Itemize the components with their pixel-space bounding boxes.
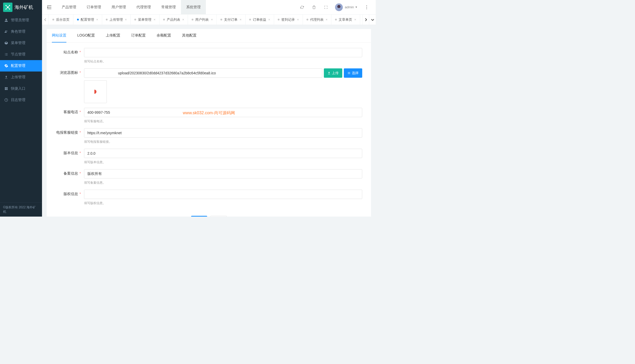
logo-icon xyxy=(3,3,12,12)
sidebar-item-1[interactable]: 角色管理 xyxy=(0,26,42,37)
tab-label: 菜单管理 xyxy=(138,17,151,22)
sidebar-item-label: 管理员管理 xyxy=(11,18,29,23)
user-dropdown[interactable]: admin ▼ xyxy=(333,3,360,11)
sidebar-item-label: 菜单管理 xyxy=(11,41,25,45)
form-row-browser-icon: 浏览器图标 * 上传 选择 xyxy=(55,68,362,103)
icon-preview xyxy=(84,80,107,103)
refresh-icon[interactable] xyxy=(297,2,307,12)
svg-line-8 xyxy=(8,7,10,9)
nav-item-3[interactable]: 代理管理 xyxy=(131,0,156,15)
tabs-scroll-right[interactable] xyxy=(362,15,369,25)
tab-label: 上传管理 xyxy=(109,17,123,22)
tab-4[interactable]: 产品列表× xyxy=(159,15,188,25)
hotline-input[interactable] xyxy=(84,108,362,117)
form-row-telegram: 电报客服链接 * 填写电报客服链接。 xyxy=(55,128,362,144)
caret-down-icon: ▼ xyxy=(355,6,358,9)
tabs-container: 后台首页配置管理×上传管理×菜单管理×产品列表×用户列表×支付订单×订单收益×签… xyxy=(49,15,362,25)
close-icon[interactable]: × xyxy=(153,18,156,22)
tab-dot-icon xyxy=(220,19,222,20)
form-actions: 确认 重置 xyxy=(55,211,362,217)
tab-dot-icon xyxy=(163,19,165,20)
sidebar-item-4[interactable]: 配置管理 xyxy=(0,60,42,72)
label-version: 版本信息 * xyxy=(55,149,84,165)
close-icon[interactable]: × xyxy=(182,18,184,22)
top-nav: 产品管理订单管理用户管理代理管理常规管理系统管理 admin ▼ xyxy=(42,0,376,15)
submit-button[interactable]: 确认 xyxy=(191,216,207,217)
tab-label: 签到记录 xyxy=(281,17,295,22)
sidebar-item-5[interactable]: 上传管理 xyxy=(0,72,42,83)
close-icon[interactable]: × xyxy=(326,18,328,22)
close-icon[interactable]: × xyxy=(354,18,356,22)
trash-icon[interactable] xyxy=(309,2,319,12)
hint-site-name: 填写站点名称。 xyxy=(84,59,362,64)
tab-dot-icon xyxy=(306,19,308,20)
content-area: www.sk032.com-尚可源码网 网站设置LOGO配置上传配置订单配置余额… xyxy=(42,25,376,217)
hint-hotline: 填写客服电话。 xyxy=(84,119,362,124)
config-tab-5[interactable]: 其他配置 xyxy=(182,29,197,42)
close-icon[interactable]: × xyxy=(240,18,242,22)
tabs-dropdown[interactable] xyxy=(369,15,376,25)
tab-6[interactable]: 支付订单× xyxy=(217,15,246,25)
config-tab-2[interactable]: 上传配置 xyxy=(106,29,120,42)
more-icon[interactable] xyxy=(362,2,372,12)
tab-2[interactable]: 上传管理× xyxy=(102,15,131,25)
fullscreen-icon[interactable] xyxy=(321,2,331,12)
sidebar-item-7[interactable]: 日志管理 xyxy=(0,94,42,106)
close-icon[interactable]: × xyxy=(96,18,98,22)
tab-label: 后台首页 xyxy=(56,17,69,22)
main: 产品管理订单管理用户管理代理管理常规管理系统管理 admin ▼ xyxy=(42,0,376,217)
beian-input[interactable] xyxy=(84,169,362,179)
sidebar-item-3[interactable]: 节点管理 xyxy=(0,49,42,60)
upload-button[interactable]: 上传 xyxy=(324,68,342,78)
nav-right: admin ▼ xyxy=(297,2,376,12)
tab-dot-icon xyxy=(134,19,136,20)
telegram-input[interactable] xyxy=(84,128,362,138)
nav-item-1[interactable]: 订单管理 xyxy=(81,0,106,15)
config-tab-4[interactable]: 余额配置 xyxy=(157,29,171,42)
tab-9[interactable]: 代理列表× xyxy=(303,15,332,25)
config-tabs: 网站设置LOGO配置上传配置订单配置余额配置其他配置 xyxy=(47,29,371,43)
list-icon xyxy=(4,53,8,56)
sidebar-footer: ©版权所有 2022 海外矿机 xyxy=(0,202,42,217)
close-icon[interactable]: × xyxy=(125,18,127,22)
users-icon xyxy=(4,30,8,33)
nav-item-2[interactable]: 用户管理 xyxy=(106,0,131,15)
close-icon[interactable]: × xyxy=(297,18,299,22)
sidebar-item-label: 日志管理 xyxy=(11,98,25,102)
sidebar-item-2[interactable]: 菜单管理 xyxy=(0,37,42,49)
config-panel: 网站设置LOGO配置上传配置订单配置余额配置其他配置 站点名称 * 填写站点名称… xyxy=(47,29,371,217)
version-input[interactable] xyxy=(84,149,362,158)
reset-button[interactable]: 重置 xyxy=(210,216,227,217)
tab-10[interactable]: 文章单页× xyxy=(331,15,360,25)
tab-label: 文章单页 xyxy=(339,17,352,22)
copyright-input[interactable] xyxy=(84,190,362,199)
menu-icon xyxy=(4,41,8,45)
tab-8[interactable]: 签到记录× xyxy=(274,15,303,25)
tab-0[interactable]: 后台首页 xyxy=(49,15,73,25)
svg-point-11 xyxy=(366,7,367,8)
tab-label: 支付订单 xyxy=(224,17,238,22)
tabs-scroll-left[interactable] xyxy=(42,15,49,25)
avatar xyxy=(335,3,343,11)
sidebar-item-0[interactable]: 管理员管理 xyxy=(0,15,42,26)
tab-1[interactable]: 配置管理× xyxy=(73,15,102,25)
tab-label: 代理列表 xyxy=(310,17,324,22)
browser-icon-input[interactable] xyxy=(84,68,322,78)
nav-menu: 产品管理订单管理用户管理代理管理常规管理系统管理 xyxy=(57,0,297,15)
config-tab-3[interactable]: 订单配置 xyxy=(131,29,146,42)
close-icon[interactable]: × xyxy=(268,18,270,22)
select-button[interactable]: 选择 xyxy=(344,68,362,78)
nav-item-4[interactable]: 常规管理 xyxy=(156,0,181,15)
sidebar-nav: 管理员管理角色管理菜单管理节点管理配置管理上传管理快捷入口日志管理 xyxy=(0,15,42,202)
tab-7[interactable]: 订单收益× xyxy=(246,15,274,25)
nav-toggle-button[interactable] xyxy=(42,0,57,15)
config-tab-1[interactable]: LOGO配置 xyxy=(77,29,95,42)
config-tab-0[interactable]: 网站设置 xyxy=(52,29,66,42)
nav-item-0[interactable]: 产品管理 xyxy=(57,0,81,15)
site-name-input[interactable] xyxy=(84,48,362,57)
tab-3[interactable]: 菜单管理× xyxy=(131,15,159,25)
sidebar-item-6[interactable]: 快捷入口 xyxy=(0,83,42,94)
close-icon[interactable]: × xyxy=(211,18,213,22)
nav-item-5[interactable]: 系统管理 xyxy=(181,0,206,15)
tab-5[interactable]: 用户列表× xyxy=(188,15,217,25)
